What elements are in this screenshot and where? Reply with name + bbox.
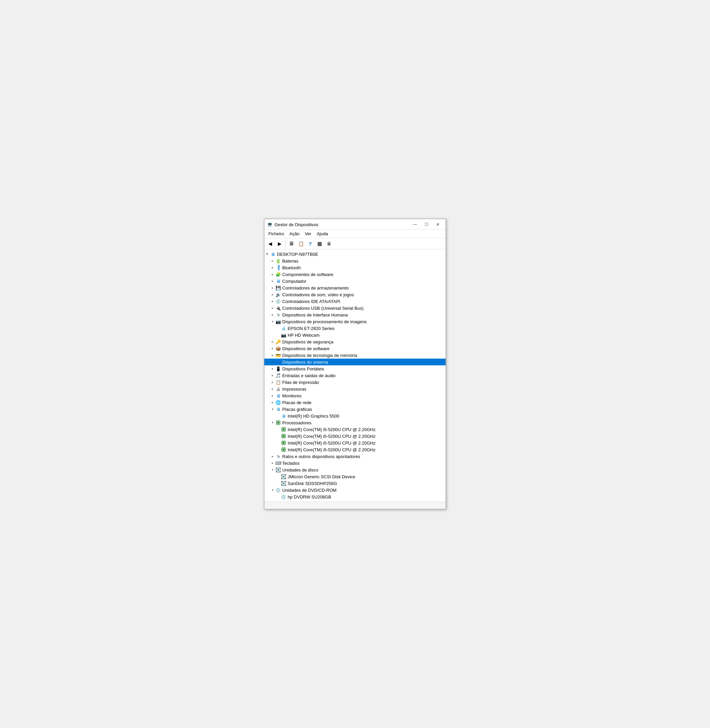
remote-computer-button[interactable]: 🖥 <box>325 239 333 248</box>
tree-item-placas-rede[interactable]: ▸🌐Placas de rede <box>264 399 446 406</box>
expander-controladores-som[interactable]: ▸ <box>270 292 275 297</box>
tree-item-controladores-som[interactable]: ▸🔊Controladores de som, vídeo e jogos <box>264 291 446 298</box>
tree-item-dispositivos-software[interactable]: ▸📦Dispositivos de software <box>264 345 446 352</box>
expander-bluetooth[interactable]: ▸ <box>270 265 275 270</box>
icon-baterias: 🔋 <box>275 258 281 263</box>
update-driver-icon: 📋 <box>298 241 304 246</box>
expander-controladores-usb[interactable]: ▸ <box>270 305 275 311</box>
menu-ajuda[interactable]: Ajuda <box>314 230 330 237</box>
icon-webcam: 📷 <box>280 332 287 338</box>
update-driver-button[interactable]: 📋 <box>296 239 305 248</box>
tree-item-hp-dvdrw[interactable]: 💿hp DVDRW SU208GB <box>264 493 446 500</box>
tree-root[interactable]: ▼ 🖥 DESKTOP-N97TB0E <box>264 251 446 257</box>
tree-item-impressoras[interactable]: ▸🖨Impressoras <box>264 385 446 392</box>
expander-dispositivos-software[interactable]: ▸ <box>270 346 275 351</box>
help-button[interactable]: ? <box>306 239 315 248</box>
expander-entradas-saidas-audio[interactable]: ▸ <box>270 373 275 378</box>
tree-item-unidades-dvd[interactable]: ▾💿Unidades de DVD/CD-ROM <box>264 487 446 493</box>
tree-item-filas-impressao[interactable]: ▸📋Filas de impressão <box>264 379 446 385</box>
cpu-icon-cpu2 <box>280 434 287 439</box>
icon-filas-impressao: 📋 <box>275 379 281 385</box>
expander-teclados[interactable]: ▸ <box>270 460 275 466</box>
expander-unidades-dvd[interactable]: ▾ <box>270 487 275 493</box>
tree-item-processadores[interactable]: ▾ Processadores <box>264 419 446 426</box>
tree-item-unidades-disco[interactable]: ▾💽Unidades de disco <box>264 466 446 473</box>
tree-item-teclados[interactable]: ▸⌨Teclados <box>264 460 446 466</box>
expander-unidades-disco[interactable]: ▾ <box>270 467 275 472</box>
tree-item-dispositivos-portateis[interactable]: ▸📱Dispositivos Portáteis <box>264 365 446 372</box>
expander-filas-impressao[interactable]: ▸ <box>270 379 275 385</box>
icon-unidades-dvd: 💿 <box>275 487 281 493</box>
expander-impressoras[interactable]: ▸ <box>270 386 275 392</box>
expander-ratos[interactable]: ▸ <box>270 454 275 459</box>
tree-item-webcam[interactable]: 📷HP HD Webcam <box>264 332 446 338</box>
icon-dispositivos-software: 📦 <box>275 346 281 351</box>
tree-item-monitores[interactable]: ▸🖥Monitores <box>264 392 446 399</box>
expander-dispositivos-portateis[interactable]: ▸ <box>270 366 275 371</box>
tree-item-sandisk[interactable]: 💽SanDisk SDSSDHP256G <box>264 480 446 487</box>
expander-placas-rede[interactable]: ▸ <box>270 400 275 405</box>
tree-item-ratos[interactable]: ▸🖱Ratos e outros dispositivos apontadore… <box>264 453 446 460</box>
tree-item-cpu2[interactable]: Intel(R) Core(TM) i5-5200U CPU @ 2.20GHz <box>264 433 446 440</box>
tree-item-entradas-saidas-audio[interactable]: ▸🎵Entradas e saídas de áudio <box>264 372 446 379</box>
icon-dispositivos-portateis: 📱 <box>275 366 281 371</box>
device-tree[interactable]: ▼ 🖥 DESKTOP-N97TB0E ▸🔋Baterias▸ Bluetoot… <box>264 249 446 502</box>
expander-dispositivos-sistema[interactable]: ▸ <box>270 359 275 365</box>
root-expander[interactable]: ▼ <box>264 251 270 257</box>
expander-controladores-armazenamento[interactable]: ▸ <box>270 285 275 291</box>
expander-monitores[interactable]: ▸ <box>270 393 275 399</box>
tree-item-dispositivos-seguranca[interactable]: ▸🔑Dispositivos de segurança <box>264 338 446 345</box>
tree-item-cpu3[interactable]: Intel(R) Core(TM) i5-5200U CPU @ 2.20GHz <box>264 440 446 446</box>
tree-item-placas-graficas[interactable]: ▾🖥Placas gráficas <box>264 406 446 413</box>
tree-item-componentes-software[interactable]: ▸🧩Componentes de software <box>264 271 446 278</box>
tree-item-jmicron[interactable]: 💽JMicron Generic SCSI Disk Device <box>264 473 446 480</box>
expander-baterias[interactable]: ▸ <box>270 258 275 263</box>
tree-item-cpu4[interactable]: Intel(R) Core(TM) i5-5200U CPU @ 2.20GHz <box>264 446 446 453</box>
minimize-button[interactable]: — <box>410 221 420 228</box>
tree-item-intel-hd-graphics[interactable]: 🖥Intel(R) HD Graphics 5500 <box>264 413 446 419</box>
menu-acao[interactable]: Ação <box>287 230 302 237</box>
expander-processadores[interactable]: ▾ <box>270 420 275 425</box>
tree-item-dispositivos-hid[interactable]: ▸🖱Dispositivos de Interface Humana <box>264 312 446 318</box>
expander-dispositivos-memoria[interactable]: ▸ <box>270 353 275 358</box>
expander-controladores-ide[interactable]: ▸ <box>270 299 275 304</box>
forward-button[interactable]: ▶ <box>275 239 284 248</box>
tree-item-baterias[interactable]: ▸🔋Baterias <box>264 257 446 264</box>
icon-ratos: 🖱 <box>275 454 281 459</box>
tree-item-dispositivos-sistema[interactable]: ▸🗂Dispositivos do sistema <box>264 359 446 365</box>
tree-item-controladores-armazenamento[interactable]: ▸💾Controladores de armazenamento <box>264 284 446 291</box>
menu-ver[interactable]: Ver <box>302 230 314 237</box>
tree-item-controladores-ide[interactable]: ▸💿Controladores IDE ATA/ATAPI <box>264 298 446 305</box>
expander-placas-graficas[interactable]: ▾ <box>270 406 275 412</box>
expander-dispositivos-imagem[interactable]: ▾ <box>270 319 275 324</box>
icon-controladores-som: 🔊 <box>275 292 281 297</box>
icon-sandisk: 💽 <box>280 481 287 486</box>
tree-item-cpu1[interactable]: Intel(R) Core(TM) i5-5200U CPU @ 2.20GHz <box>264 426 446 433</box>
tree-item-dispositivos-imagem[interactable]: ▾📷Dispositivos de processamento de image… <box>264 318 446 325</box>
icon-entradas-saidas-audio: 🎵 <box>275 373 281 378</box>
view-hidden-button[interactable]: ▦ <box>315 239 324 248</box>
toolbar-separator-1 <box>285 240 286 247</box>
expander-componentes-software[interactable]: ▸ <box>270 272 275 277</box>
close-button[interactable]: ✕ <box>433 221 443 228</box>
tree-item-dispositivos-memoria[interactable]: ▸💳Dispositivos de tecnologia de memória <box>264 352 446 359</box>
icon-controladores-armazenamento: 💾 <box>275 285 281 291</box>
expander-dispositivos-seguranca[interactable]: ▸ <box>270 339 275 344</box>
expander-dispositivos-hid[interactable]: ▸ <box>270 312 275 318</box>
label-controladores-armazenamento: Controladores de armazenamento <box>282 285 349 291</box>
menu-ficheiro[interactable]: Ficheiro <box>266 230 287 237</box>
remote-icon: 🖥 <box>327 241 332 246</box>
label-bluetooth: Bluetooth <box>282 265 301 270</box>
label-componentes-software: Componentes de software <box>282 272 333 277</box>
view-properties-button[interactable]: 🖥 <box>287 239 296 248</box>
tree-item-bluetooth[interactable]: ▸ Bluetooth <box>264 264 446 271</box>
tree-item-computador[interactable]: ▸🖥Computador <box>264 278 446 284</box>
back-button[interactable]: ◀ <box>266 239 274 248</box>
svg-rect-1 <box>277 422 279 424</box>
svg-rect-57 <box>283 449 285 451</box>
tree-item-epson[interactable]: 🖨EPSON ET-2820 Series <box>264 325 446 332</box>
expander-intel-hd-graphics <box>275 413 280 419</box>
expander-computador[interactable]: ▸ <box>270 278 275 284</box>
maximize-button[interactable]: ☐ <box>421 221 431 228</box>
tree-item-controladores-usb[interactable]: ▸🔌Controladores USB (Universal Serial Bu… <box>264 305 446 312</box>
